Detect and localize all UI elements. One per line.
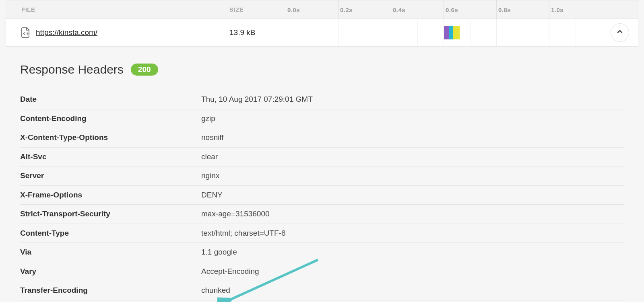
table-row: X-Frame-OptionsDENY: [20, 185, 624, 205]
file-size: 13.9 kB: [229, 19, 286, 46]
header-value: text/html; charset=UTF-8: [201, 224, 624, 243]
table-row: X-Kinsta-CacheHIT: [20, 300, 624, 302]
table-row: Content-Typetext/html; charset=UTF-8: [20, 224, 624, 243]
header-value: Accept-Encoding: [201, 262, 624, 281]
waterfall-panel: FILE SIZE 0.0s0.2s0.4s0.6s0.8s1.0s https…: [6, 0, 638, 47]
header-name: Via: [20, 243, 201, 262]
collapse-toggle-button[interactable]: [611, 23, 629, 42]
header-name: X-Frame-Options: [20, 185, 201, 205]
header-name: Date: [20, 90, 201, 109]
column-header-row: FILE SIZE 0.0s0.2s0.4s0.6s0.8s1.0s: [6, 0, 638, 19]
file-url-link[interactable]: https://kinsta.com/: [36, 28, 97, 37]
header-name: Transfer-Encoding: [20, 281, 201, 300]
column-header-timeline: 0.0s0.2s0.4s0.6s0.8s1.0s: [286, 0, 602, 18]
waterfall-timeline: [286, 19, 602, 46]
waterfall-bar: [453, 26, 460, 39]
table-row: Servernginx: [20, 166, 624, 186]
header-name: Content-Type: [20, 224, 201, 243]
table-row: Via1.1 google: [20, 243, 624, 262]
table-row: X-Content-Type-Optionsnosniff: [20, 128, 624, 148]
timeline-tick-label: 0.2s: [340, 6, 353, 13]
headers-table: DateThu, 10 Aug 2017 07:29:01 GMTContent…: [20, 90, 624, 302]
waterfall-bar: [444, 26, 449, 39]
timeline-tick-label: 0.0s: [287, 6, 300, 13]
table-row: Content-Encodinggzip: [20, 109, 624, 128]
section-title: Response Headers 200: [20, 63, 624, 76]
column-header-file: FILE: [6, 0, 229, 18]
chevron-up-icon: [616, 28, 623, 37]
header-value: clear: [201, 147, 624, 166]
table-row: DateThu, 10 Aug 2017 07:29:01 GMT: [20, 90, 624, 109]
header-name: X-Content-Type-Options: [20, 128, 201, 148]
column-header-toggle: [602, 0, 638, 18]
header-name: Strict-Transport-Security: [20, 205, 201, 224]
header-name: Vary: [20, 262, 201, 281]
header-name: Server: [20, 166, 201, 186]
file-row[interactable]: https://kinsta.com/ 13.9 kB: [6, 19, 638, 46]
header-name: Alt-Svc: [20, 147, 201, 166]
header-value: max-age=31536000: [201, 205, 624, 224]
header-value: HIT: [201, 300, 624, 302]
section-title-text: Response Headers: [20, 63, 124, 76]
timeline-tick-label: 1.0s: [551, 6, 564, 13]
header-value: chunked: [201, 281, 624, 300]
waterfall-bar: [449, 26, 453, 39]
header-value: Thu, 10 Aug 2017 07:29:01 GMT: [201, 90, 624, 109]
header-value: nginx: [201, 166, 624, 186]
table-row: Strict-Transport-Securitymax-age=3153600…: [20, 205, 624, 224]
header-value: nosniff: [201, 128, 624, 148]
table-row: Transfer-Encodingchunked: [20, 281, 624, 300]
timeline-tick-label: 0.4s: [393, 6, 405, 13]
status-badge: 200: [131, 64, 158, 76]
header-name: X-Kinsta-Cache: [20, 300, 201, 302]
header-name: Content-Encoding: [20, 109, 201, 128]
response-headers-section: Response Headers 200 DateThu, 10 Aug 201…: [0, 47, 644, 302]
header-value: 1.1 google: [201, 243, 624, 262]
timeline-tick-label: 0.8s: [498, 6, 511, 13]
document-code-icon: [21, 27, 30, 38]
table-row: Alt-Svcclear: [20, 147, 624, 166]
table-row: VaryAccept-Encoding: [20, 262, 624, 281]
header-value: DENY: [201, 185, 624, 205]
column-header-size: SIZE: [229, 0, 286, 18]
timeline-tick-label: 0.6s: [446, 6, 458, 13]
header-value: gzip: [201, 109, 624, 128]
